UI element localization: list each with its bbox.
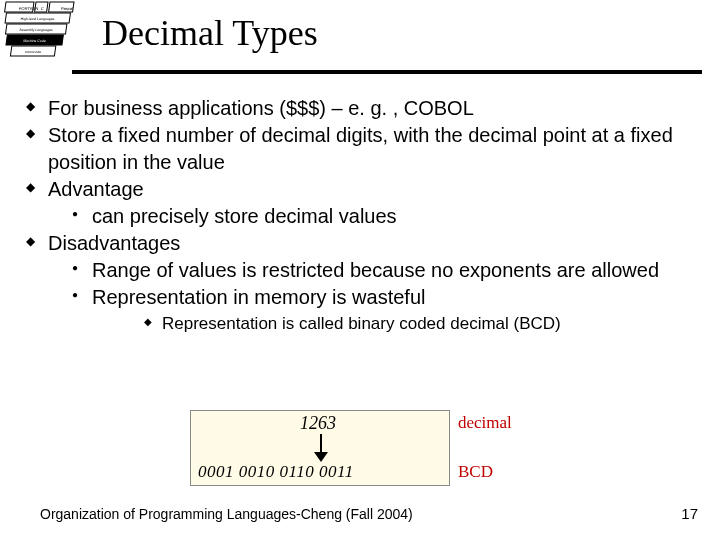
bullet-store-fixed: Store a fixed number of decimal digits, … bbox=[24, 122, 704, 176]
bcd-diagram: 1263 decimal 0001 0010 0110 0011 BCD bbox=[190, 410, 530, 490]
title-underline bbox=[72, 70, 702, 74]
bullet-advantage: Advantage can precisely store decimal va… bbox=[24, 176, 704, 230]
slide-title: Decimal Types bbox=[102, 12, 318, 54]
page-number: 17 bbox=[681, 505, 698, 522]
svg-text:Pascal: Pascal bbox=[61, 6, 74, 11]
footer-text: Organization of Programming Languages-Ch… bbox=[40, 506, 413, 522]
bullet-business: For business applications ($$$) – e. g. … bbox=[24, 95, 704, 122]
bcd-label-decimal: decimal bbox=[458, 413, 512, 433]
bullet-disadv-range: Range of values is restricted because no… bbox=[70, 257, 704, 284]
svg-text:Assembly Languages: Assembly Languages bbox=[19, 28, 53, 32]
bullet-advantage-precise: can precisely store decimal values bbox=[70, 203, 704, 230]
stacked-layers-logo: FORTRAN C Pascal High-level Languages As… bbox=[0, 0, 90, 78]
bullet-disadv-memory: Representation in memory is wasteful Rep… bbox=[70, 284, 704, 335]
svg-text:High-level Languages: High-level Languages bbox=[20, 17, 54, 21]
svg-text:Machine Code: Machine Code bbox=[23, 39, 46, 43]
svg-text:microcode: microcode bbox=[25, 50, 42, 54]
body-content: For business applications ($$$) – e. g. … bbox=[24, 95, 704, 335]
bcd-decimal-value: 1263 bbox=[300, 413, 336, 434]
bcd-label-bcd: BCD bbox=[458, 462, 493, 482]
bcd-binary-groups: 0001 0010 0110 0011 bbox=[198, 462, 354, 482]
bullet-bcd: Representation is called binary coded de… bbox=[142, 313, 704, 335]
bullet-disadvantages: Disadvantages Range of values is restric… bbox=[24, 230, 704, 335]
svg-text:FORTRAN: FORTRAN bbox=[19, 6, 39, 11]
